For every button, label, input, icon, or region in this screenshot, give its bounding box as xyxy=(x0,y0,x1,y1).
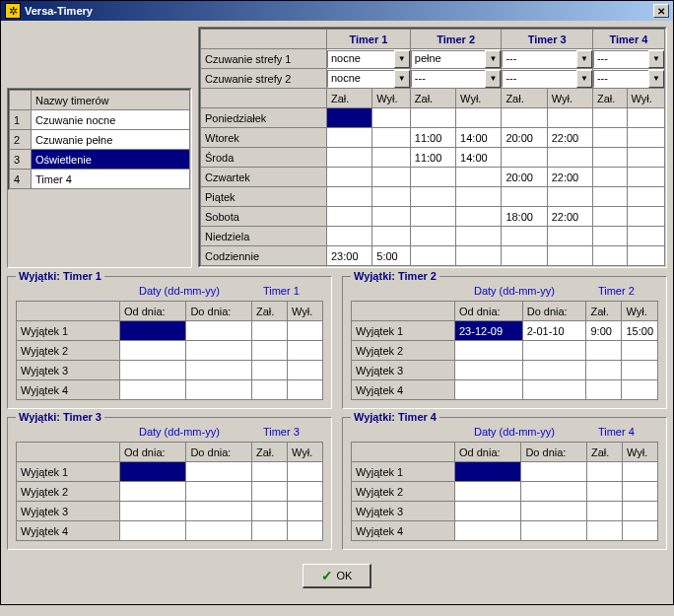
zone1-timer3-combo[interactable]: --- xyxy=(502,50,592,68)
exc-cell-active[interactable] xyxy=(455,462,521,482)
zone1-timer4-combo[interactable]: --- xyxy=(593,50,664,68)
zone2-timer2-combo[interactable]: --- xyxy=(411,70,502,88)
names-header[interactable]: Nazwy timerów xyxy=(32,91,190,110)
timer-name-row[interactable]: Czuwanie pełne xyxy=(32,130,190,150)
zone2-label: Czuwanie strefy 2 xyxy=(201,69,327,89)
day-label: Sobota xyxy=(201,207,327,227)
timer-name-row-selected[interactable]: Oświetlenie xyxy=(32,150,190,170)
zone1-timer2-combo[interactable]: pełne xyxy=(411,50,502,68)
ok-button[interactable]: ✓ OK xyxy=(303,564,372,588)
day-label: Niedziela xyxy=(201,227,327,246)
exc-cell-active[interactable] xyxy=(120,462,186,482)
timer-name-row[interactable]: Czuwanie nocne xyxy=(32,110,190,130)
timer-name-row[interactable]: Timer 4 xyxy=(32,170,190,189)
zone2-timer1-combo[interactable]: nocne xyxy=(327,70,410,88)
close-button[interactable]: ✕ xyxy=(653,4,669,18)
timer-col-header[interactable]: Timer 3 xyxy=(502,30,593,49)
dropdown-icon xyxy=(485,70,501,88)
dropdown-icon xyxy=(394,70,410,88)
dropdown-icon xyxy=(576,50,592,68)
day-label: Piątek xyxy=(201,187,327,207)
sched-cell-active[interactable] xyxy=(327,108,372,128)
day-label: Poniedziałek xyxy=(201,108,327,128)
check-icon: ✓ xyxy=(321,569,333,582)
timer-col-header[interactable]: Timer 1 xyxy=(327,30,411,49)
exc-cell-active[interactable]: 23-12-09 xyxy=(455,321,523,341)
exceptions-timer-1: Wyjątki: Timer 1 Daty (dd-mm-yy) Timer 1… xyxy=(7,276,332,409)
exc-cell-active[interactable] xyxy=(120,321,186,341)
exceptions-timer-3: Wyjątki: Timer 3 Daty (dd-mm-yy) Timer 3… xyxy=(7,417,332,550)
timer-col-header[interactable]: Timer 2 xyxy=(410,30,502,49)
exceptions-timer-2: Wyjątki: Timer 2 Daty (dd-mm-yy) Timer 2… xyxy=(342,276,667,409)
schedule-panel: Timer 1 Timer 2 Timer 3 Timer 4 Czuwanie… xyxy=(198,27,667,268)
dropdown-icon xyxy=(648,70,664,88)
zone1-timer1-combo[interactable]: nocne xyxy=(327,50,410,68)
dropdown-icon xyxy=(576,70,592,88)
names-index-header[interactable] xyxy=(10,91,32,110)
dropdown-icon xyxy=(485,50,501,68)
exceptions-timer-4: Wyjątki: Timer 4 Daty (dd-mm-yy) Timer 4… xyxy=(342,417,667,550)
app-icon xyxy=(5,3,21,19)
day-label: Codziennie xyxy=(201,246,327,266)
timer-names-panel: Nazwy timerów 1Czuwanie nocne 2Czuwanie … xyxy=(7,88,192,268)
dropdown-icon xyxy=(394,50,410,68)
day-label: Czwartek xyxy=(201,168,327,187)
day-label: Środa xyxy=(201,148,327,168)
titlebar: Versa-Timery ✕ xyxy=(1,1,673,21)
zone2-timer4-combo[interactable]: --- xyxy=(593,70,664,88)
timer-col-header[interactable]: Timer 4 xyxy=(592,30,664,49)
zone1-label: Czuwanie strefy 1 xyxy=(201,49,327,69)
dropdown-icon xyxy=(648,50,664,68)
window-title: Versa-Timery xyxy=(25,5,653,17)
day-label: Wtorek xyxy=(201,128,327,148)
zone2-timer3-combo[interactable]: --- xyxy=(502,70,592,88)
